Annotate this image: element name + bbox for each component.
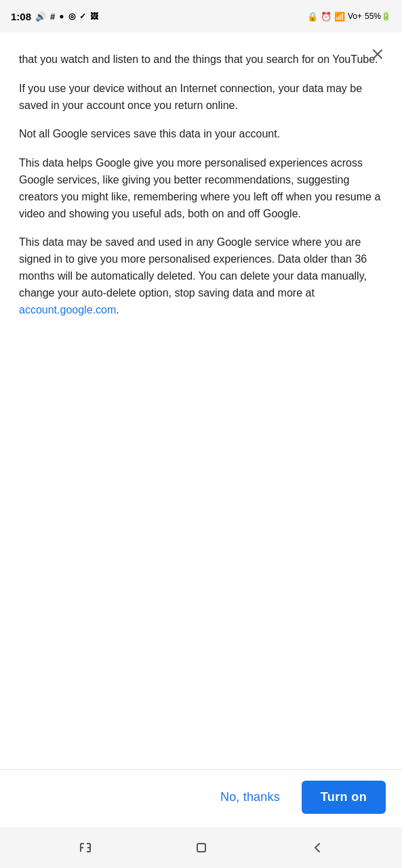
wifi-signal-icon: 📶 [334,12,345,22]
status-indicators: 🔒 ⏰ 📶 Vo+ 55%🔋 [307,12,391,22]
close-button[interactable] [364,41,391,68]
bottom-action-bar: No, thanks Turn on [0,769,402,827]
alarm-icon: 🔒 [307,12,318,22]
paragraph-5-text1: This data may be saved and used in any G… [19,236,367,298]
account-google-link[interactable]: account.google.com [19,304,116,316]
paragraph-5: This data may be saved and used in any G… [19,234,383,318]
nav-recents-button[interactable] [72,834,99,861]
paragraph-2: If you use your device without an Intern… [19,81,383,114]
content-body: that you watch and listen to and the thi… [19,51,383,318]
instagram-icon: ◎ [68,12,75,21]
battery-icon: 55%🔋 [365,12,391,21]
nav-home-button[interactable] [188,834,215,861]
nav-back-button[interactable] [304,834,331,861]
check-icon: ✓ [79,12,86,21]
content-scroll-area[interactable]: that you watch and listen to and the thi… [0,32,402,769]
svg-rect-9 [197,844,205,852]
time-display: 1:08 [11,11,31,22]
modal-card: that you watch and listen to and the thi… [0,32,402,827]
status-time: 1:08 🔊 # ● ◎ ✓ 🖼 [11,11,98,22]
whatsapp-icon: ● [59,12,64,21]
wifi-icon: 🔊 [35,12,46,22]
alarm2-icon: ⏰ [321,12,331,22]
image-icon: 🖼 [90,12,98,21]
status-bar: 1:08 🔊 # ● ◎ ✓ 🖼 🔒 ⏰ 📶 Vo+ 55%🔋 [0,0,402,32]
bottom-actions-wrapper: No, thanks Turn on [0,769,402,827]
signal-icon: Vo+ [348,12,362,21]
paragraph-3: Not all Google services save this data i… [19,126,383,143]
paragraph-1: that you watch and listen to and the thi… [19,51,383,68]
no-thanks-button[interactable]: No, thanks [209,783,291,811]
turn-on-button[interactable]: Turn on [302,781,386,814]
paragraph-5-text2: . [116,304,119,316]
paragraph-4: This data helps Google give you more per… [19,155,383,222]
slack-icon: # [50,12,55,22]
nav-bar [0,827,402,868]
